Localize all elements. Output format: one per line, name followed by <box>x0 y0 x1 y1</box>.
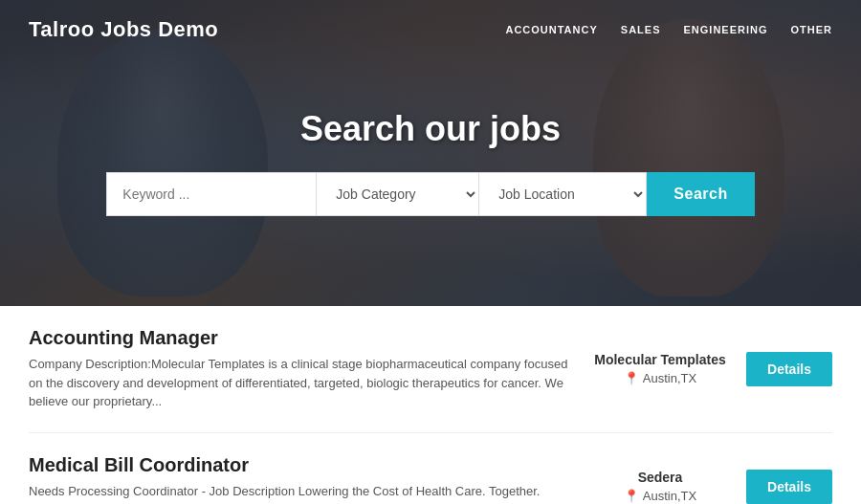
company-name: Molecular Templates <box>594 352 725 367</box>
details-button[interactable]: Details <box>746 470 832 504</box>
main-nav: ACCOUNTANCY SALES ENGINEERING OTHER <box>505 24 832 35</box>
nav-sales[interactable]: SALES <box>621 24 661 35</box>
location-text: Austin,TX <box>643 489 696 503</box>
job-meta: Molecular Templates 📍 Austin,TX <box>593 352 727 385</box>
location-pin-icon: 📍 <box>624 371 639 385</box>
location-pin-icon: 📍 <box>624 489 639 503</box>
job-listings: Accounting Manager Company Description:M… <box>0 306 861 504</box>
location-select[interactable]: Job Location Austin, TX New York, NY Rem… <box>479 172 647 216</box>
job-meta: Sedera 📍 Austin,TX <box>593 470 727 503</box>
location-text: Austin,TX <box>643 371 696 385</box>
site-logo: Talroo Jobs Demo <box>29 17 218 42</box>
job-location: 📍 Austin,TX <box>624 489 696 503</box>
job-item: Accounting Manager Company Description:M… <box>29 306 832 433</box>
job-title: Medical Bill Coordinator <box>29 454 574 476</box>
nav-other[interactable]: OTHER <box>791 24 833 35</box>
site-header: Talroo Jobs Demo ACCOUNTANCY SALES ENGIN… <box>0 0 861 59</box>
job-info: Accounting Manager Company Description:M… <box>29 327 574 411</box>
search-button[interactable]: Search <box>647 172 754 216</box>
hero-title: Search our jobs <box>300 109 561 149</box>
job-info: Medical Bill Coordinator Needs Processin… <box>29 454 574 505</box>
company-name: Sedera <box>638 470 683 485</box>
job-item: Medical Bill Coordinator Needs Processin… <box>29 433 832 505</box>
nav-engineering[interactable]: ENGINEERING <box>683 24 767 35</box>
job-location: 📍 Austin,TX <box>624 371 696 385</box>
job-title: Accounting Manager <box>29 327 574 349</box>
search-bar: Job Category Accounting Engineering Sale… <box>106 172 754 216</box>
job-description: Company Description:Molecular Templates … <box>29 355 574 411</box>
keyword-input[interactable] <box>106 172 317 216</box>
job-description: Needs Processing Coordinator - Job Descr… <box>29 482 574 505</box>
details-button[interactable]: Details <box>746 352 832 386</box>
hero-section: Talroo Jobs Demo ACCOUNTANCY SALES ENGIN… <box>0 0 861 306</box>
category-select[interactable]: Job Category Accounting Engineering Sale… <box>317 172 479 216</box>
nav-accountancy[interactable]: ACCOUNTANCY <box>505 24 597 35</box>
